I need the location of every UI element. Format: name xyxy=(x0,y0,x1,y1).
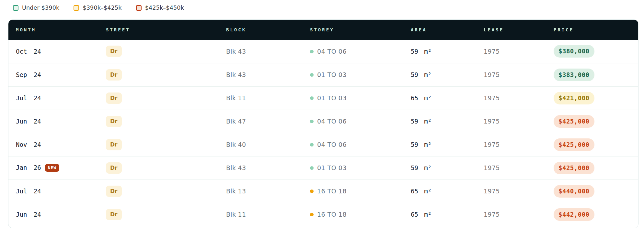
month-cell: Sep 24 xyxy=(8,63,98,86)
lease-cell: 1975 xyxy=(476,156,546,179)
month-cell: Nov 24 xyxy=(8,133,98,156)
column-header-month: MONTH xyxy=(8,20,98,40)
month-value: Jul 24 xyxy=(16,94,41,102)
street-badge: Dr xyxy=(106,209,122,220)
storey-cell: 01 TO 03 xyxy=(303,63,403,86)
street-cell: Dr xyxy=(98,86,219,110)
block-cell: Blk 13 xyxy=(219,179,303,203)
month-value: Jul 24 xyxy=(16,188,41,195)
legend-label: $425k–$450k xyxy=(145,5,184,11)
street-badge: Dr xyxy=(106,92,122,104)
month-cell: Jun 24 xyxy=(8,203,98,226)
table-row[interactable]: Nov 24 Dr Blk 40 04 TO 06 59 m² 1975 $42… xyxy=(8,133,638,156)
month-cell: Oct 24 xyxy=(8,40,98,63)
storey-dot xyxy=(310,120,314,123)
price-legend: Under $390k $390k–$425k $425k–$450k xyxy=(0,0,644,12)
street-cell: Dr xyxy=(98,40,219,63)
table-row[interactable]: Jun 24 Dr Blk 47 04 TO 06 59 m² 1975 $42… xyxy=(8,110,638,133)
lease-cell: 1975 xyxy=(476,179,546,203)
block-cell: Blk 11 xyxy=(219,203,303,226)
lease-cell: 1975 xyxy=(476,110,546,133)
storey-value: 04 TO 06 xyxy=(317,118,347,125)
lease-cell: 1975 xyxy=(476,86,546,110)
legend-item-425k-450k[interactable]: $425k–$450k xyxy=(136,5,184,11)
area-cell: 65 m² xyxy=(403,86,476,110)
price-badge: $383,000 xyxy=(554,69,594,81)
storey-value: 01 TO 03 xyxy=(317,94,347,102)
price-cell: $442,000 xyxy=(546,203,638,226)
legend-swatch-red xyxy=(136,5,142,11)
storey-cell: 16 TO 18 xyxy=(303,203,403,226)
storey-dot xyxy=(310,73,314,77)
month-value: Jan 26 xyxy=(16,164,41,171)
block-cell: Blk 47 xyxy=(219,110,303,133)
street-cell: Dr xyxy=(98,63,219,86)
month-value: Jun 24 xyxy=(16,118,41,125)
lease-cell: 1975 xyxy=(476,203,546,226)
table-row[interactable]: Jun 24 Dr Blk 11 16 TO 18 65 m² 1975 $44… xyxy=(8,203,638,226)
block-cell: Blk 11 xyxy=(219,86,303,110)
storey-cell: 01 TO 03 xyxy=(303,86,403,110)
street-badge: Dr xyxy=(106,162,122,174)
area-cell: 59 m² xyxy=(403,63,476,86)
month-value: Nov 24 xyxy=(16,141,41,148)
table-row[interactable]: Jul 24 Dr Blk 11 01 TO 03 65 m² 1975 $42… xyxy=(8,86,638,110)
storey-dot xyxy=(310,50,314,53)
storey-dot xyxy=(310,189,314,193)
legend-label: $390k–$425k xyxy=(83,5,121,11)
price-badge: $425,000 xyxy=(554,162,594,174)
table-row[interactable]: Oct 24 Dr Blk 43 04 TO 06 59 m² 1975 $38… xyxy=(8,40,638,63)
price-cell: $421,000 xyxy=(546,86,638,110)
storey-cell: 04 TO 06 xyxy=(303,40,403,63)
price-badge: $380,000 xyxy=(554,45,594,58)
storey-cell: 04 TO 06 xyxy=(303,133,403,156)
price-badge: $421,000 xyxy=(554,92,594,104)
storey-value: 16 TO 18 xyxy=(317,188,347,195)
column-header-storey: STOREY xyxy=(303,20,403,40)
street-badge: Dr xyxy=(106,139,122,150)
lease-cell: 1975 xyxy=(476,63,546,86)
street-cell: Dr xyxy=(98,110,219,133)
price-badge: $442,000 xyxy=(554,208,594,221)
table-header: MONTH STREET BLOCK STOREY AREA LEASE PRI… xyxy=(8,20,638,40)
area-cell: 59 m² xyxy=(403,133,476,156)
price-cell: $383,000 xyxy=(546,63,638,86)
column-header-street: STREET xyxy=(98,20,219,40)
table-header-row: MONTH STREET BLOCK STOREY AREA LEASE PRI… xyxy=(8,20,638,40)
column-header-price: PRICE xyxy=(546,20,638,40)
table-row[interactable]: Sep 24 Dr Blk 43 01 TO 03 59 m² 1975 $38… xyxy=(8,63,638,86)
storey-dot xyxy=(310,96,314,100)
storey-cell: 01 TO 03 xyxy=(303,156,403,179)
street-badge: Dr xyxy=(106,186,122,197)
area-cell: 65 m² xyxy=(403,179,476,203)
column-header-block: BLOCK xyxy=(219,20,303,40)
storey-value: 01 TO 03 xyxy=(317,71,347,78)
legend-swatch-yellow xyxy=(74,5,79,11)
price-badge: $425,000 xyxy=(554,115,594,128)
legend-item-under-390k[interactable]: Under $390k xyxy=(13,5,59,11)
street-badge: Dr xyxy=(106,46,122,57)
storey-cell: 16 TO 18 xyxy=(303,179,403,203)
storey-value: 01 TO 03 xyxy=(317,164,347,171)
transactions-table: MONTH STREET BLOCK STOREY AREA LEASE PRI… xyxy=(8,20,638,226)
price-cell: $425,000 xyxy=(546,133,638,156)
table-row[interactable]: Jan 26NEW Dr Blk 43 01 TO 03 59 m² 1975 … xyxy=(8,156,638,179)
street-badge: Dr xyxy=(106,116,122,127)
lease-cell: 1975 xyxy=(476,40,546,63)
month-value: Sep 24 xyxy=(16,71,41,78)
storey-dot xyxy=(310,213,314,216)
transactions-table-card: MONTH STREET BLOCK STOREY AREA LEASE PRI… xyxy=(8,19,638,228)
legend-label: Under $390k xyxy=(22,5,59,11)
table-row[interactable]: Jul 24 Dr Blk 13 16 TO 18 65 m² 1975 $44… xyxy=(8,179,638,203)
block-cell: Blk 43 xyxy=(219,63,303,86)
storey-cell: 04 TO 06 xyxy=(303,110,403,133)
month-cell: Jan 26NEW xyxy=(8,156,98,179)
storey-value: 04 TO 06 xyxy=(317,48,347,55)
month-value: Jun 24 xyxy=(16,211,41,218)
column-header-area: AREA xyxy=(403,20,476,40)
month-cell: Jul 24 xyxy=(8,86,98,110)
legend-item-390k-425k[interactable]: $390k–$425k xyxy=(74,5,121,11)
street-cell: Dr xyxy=(98,203,219,226)
month-cell: Jul 24 xyxy=(8,179,98,203)
storey-dot xyxy=(310,166,314,170)
